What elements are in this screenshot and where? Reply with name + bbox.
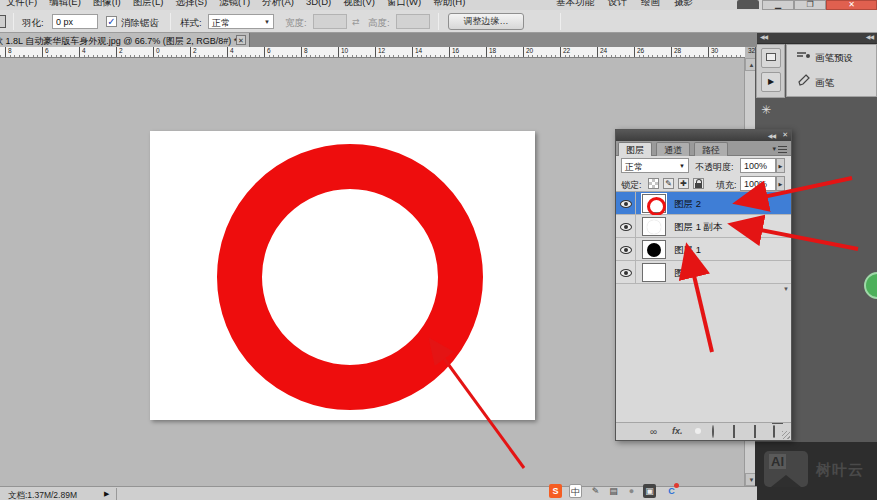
collapse-panel-icon[interactable]: ◀◀ xyxy=(768,132,775,139)
document-canvas[interactable] xyxy=(150,131,535,420)
layer-name[interactable]: 图层 1 xyxy=(674,244,701,257)
menu-item[interactable]: 选择(S) xyxy=(175,0,207,9)
layer-row[interactable]: 图层 0 xyxy=(616,261,791,284)
toolbox-icon[interactable]: ▣ xyxy=(643,484,656,498)
menu-item[interactable]: 文件(F) xyxy=(6,0,37,9)
visibility-cell[interactable] xyxy=(616,261,636,284)
opacity-value[interactable]: 100% xyxy=(740,158,776,173)
menu-items[interactable]: 文件(F)编辑(E)图像(I)图层(L)选择(S)滤镜(T)分析(A)3D(D)… xyxy=(6,0,477,9)
tab-close-icon[interactable]: ✕ xyxy=(236,35,246,45)
refine-edge-button[interactable]: 调整边缘… xyxy=(448,13,524,30)
ime-language-icon[interactable]: 中 xyxy=(569,484,582,498)
workspace-switcher[interactable]: 基本功能设计绘画摄影 xyxy=(556,0,707,9)
workspace-item[interactable]: 基本功能 xyxy=(556,0,594,9)
eye-icon[interactable] xyxy=(620,246,632,254)
document-title: 款 1.8L 自动豪华版车身外观.jpg @ 66.7% (图层 2, RGB/… xyxy=(0,35,226,47)
lock-position-icon[interactable]: ✚ xyxy=(678,178,689,189)
new-layer-icon[interactable] xyxy=(754,426,756,437)
menu-item[interactable]: 滤镜(T) xyxy=(219,0,250,9)
history-panel-icon[interactable] xyxy=(761,48,781,68)
keyboard-icon[interactable]: ▤ xyxy=(607,484,620,498)
fill-label: 填充: xyxy=(716,179,737,192)
adjustments-panel-icon[interactable]: ✳ xyxy=(761,103,771,117)
visibility-cell[interactable] xyxy=(616,192,636,215)
width-input xyxy=(313,14,347,29)
menu-item[interactable]: 视图(V) xyxy=(343,0,375,9)
panel-close-icon[interactable]: ✕ xyxy=(782,131,788,139)
lock-pixels-icon[interactable]: ✎ xyxy=(663,178,674,189)
menu-item[interactable]: 图层(L) xyxy=(133,0,164,9)
fill-value[interactable]: 100% xyxy=(740,176,776,191)
style-dropdown[interactable]: 正常 ▼ xyxy=(208,14,274,29)
layer-thumbnail[interactable] xyxy=(642,194,666,213)
minimize-button[interactable]: ▁ xyxy=(762,0,794,10)
layers-panel-titlebar[interactable]: ◀◀ ✕ xyxy=(616,130,791,141)
layer-name[interactable]: 图层 0 xyxy=(674,267,701,280)
resize-grip[interactable] xyxy=(782,431,790,439)
cs-live-button[interactable] xyxy=(737,0,759,9)
menu-item[interactable]: 编辑(E) xyxy=(49,0,81,9)
collapsed-panel-strip: ▶ xyxy=(756,44,785,98)
swap-dimensions-icon: ⇄ xyxy=(352,17,360,27)
menu-item[interactable]: 图像(I) xyxy=(93,0,121,9)
delete-layer-icon[interactable] xyxy=(773,426,775,437)
visibility-cell[interactable] xyxy=(616,238,636,261)
feather-input[interactable] xyxy=(52,14,98,29)
layers-list: 图层 2 图层 1 副本 图层 1 图层 0 xyxy=(616,192,791,284)
pen-icon[interactable]: ✎ xyxy=(589,484,602,498)
brush-panel-button[interactable]: 画笔 xyxy=(787,71,876,95)
workspace-item[interactable]: 摄影 xyxy=(674,0,693,9)
eye-icon[interactable] xyxy=(620,223,632,231)
eye-icon[interactable] xyxy=(620,269,632,277)
workspace-item[interactable]: 绘画 xyxy=(641,0,660,9)
close-button[interactable]: ✕ xyxy=(826,0,877,10)
ruler-label: 32 xyxy=(748,47,755,54)
new-group-icon[interactable] xyxy=(733,426,735,437)
antialias-checkbox[interactable]: ✓ xyxy=(106,16,117,27)
layer-row[interactable]: 图层 2 xyxy=(616,192,791,215)
menu-item[interactable]: 窗口(W) xyxy=(387,0,421,9)
collapse-dock-icon[interactable]: ◀◀ xyxy=(866,33,873,40)
layer-name[interactable]: 图层 1 副本 xyxy=(674,221,723,234)
eye-icon[interactable] xyxy=(620,200,632,208)
layer-row[interactable]: 图层 1 xyxy=(616,238,791,261)
layer-style-icon[interactable]: fx. xyxy=(672,426,683,436)
height-input xyxy=(396,14,430,29)
layer-row[interactable]: 图层 1 副本 xyxy=(616,215,791,238)
lock-transparency-icon[interactable] xyxy=(648,178,659,189)
sogou-icon[interactable]: S xyxy=(549,484,562,498)
blend-mode-dropdown[interactable]: 正常 ▼ xyxy=(621,158,689,173)
actions-panel-icon[interactable]: ▶ xyxy=(761,72,781,92)
tab-layers[interactable]: 图层 xyxy=(618,142,652,156)
opacity-slider-icon[interactable]: ▶ xyxy=(776,158,785,173)
ruler-label: 28 xyxy=(674,47,681,54)
menu-item[interactable]: 帮助(H) xyxy=(433,0,465,9)
status-menu-arrow-icon[interactable]: ▶ xyxy=(104,490,109,498)
tab-channels[interactable]: 通道 xyxy=(656,142,690,156)
lock-all-icon[interactable] xyxy=(693,178,704,189)
layer-thumbnail[interactable] xyxy=(642,240,666,259)
tab-paths[interactable]: 路径 xyxy=(694,142,728,156)
notification-icon[interactable]: C xyxy=(665,484,678,498)
brush-presets-panel-button[interactable]: 画笔预设 xyxy=(787,46,876,70)
user-icon[interactable]: ● xyxy=(625,484,638,498)
workspace-item[interactable]: 设计 xyxy=(608,0,627,9)
brush-presets-icon xyxy=(795,46,811,70)
menu-item[interactable]: 分析(A) xyxy=(262,0,294,9)
panel-scroll-down-icon[interactable]: ▼ xyxy=(783,286,789,292)
divider xyxy=(116,488,117,500)
collapse-dock-icon[interactable]: ◀◀ xyxy=(760,33,767,40)
link-layers-icon[interactable]: ∞ xyxy=(650,426,657,437)
visibility-cell[interactable] xyxy=(616,215,636,238)
red-ring-shape xyxy=(217,144,483,410)
document-tab[interactable]: 款 1.8L 自动豪华版车身外观.jpg @ 66.7% (图层 2, RGB/… xyxy=(0,33,250,47)
panel-menu-icon[interactable]: ▾ xyxy=(772,145,787,153)
layer-thumbnail[interactable] xyxy=(642,263,666,282)
fill-slider-icon[interactable]: ▶ xyxy=(776,176,785,191)
menu-item[interactable]: 3D(D) xyxy=(306,0,331,7)
layer-thumbnail[interactable] xyxy=(642,217,666,236)
adjustment-layer-icon[interactable] xyxy=(712,426,714,437)
maximize-button[interactable]: ❐ xyxy=(794,0,826,10)
layer-name[interactable]: 图层 2 xyxy=(674,198,701,211)
selection-mode-icon[interactable] xyxy=(0,15,6,28)
